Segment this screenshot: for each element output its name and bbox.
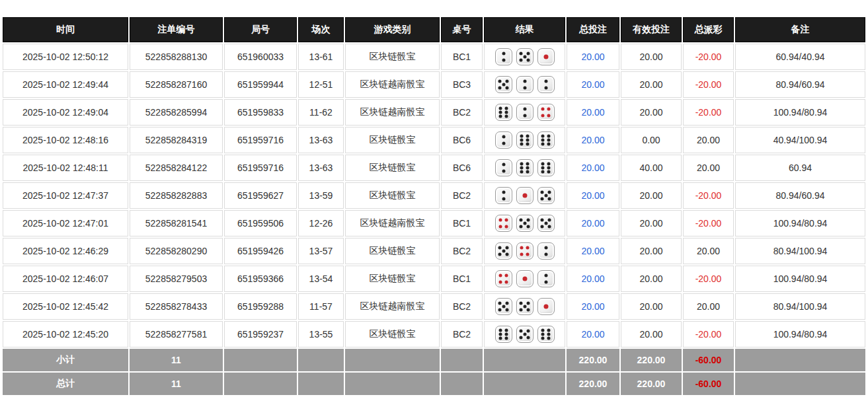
cell-time: 2025-10-02 12:47:01 xyxy=(3,210,128,236)
dice-2-icon xyxy=(516,104,533,121)
dice-5-icon xyxy=(495,298,512,315)
column-header-dice: 结果 xyxy=(484,17,565,42)
column-header-session: 场次 xyxy=(298,17,344,42)
cell-time: 2025-10-02 12:48:11 xyxy=(3,155,128,181)
cell-remark: 60.94/40.94 xyxy=(735,44,865,70)
cell-dice xyxy=(484,71,565,98)
dice-4-icon xyxy=(495,270,512,287)
cell-bet_id: 522858281541 xyxy=(130,210,223,236)
total-bet-link[interactable]: 20.00 xyxy=(581,218,604,229)
cell-table_no: BC2 xyxy=(441,293,483,320)
cell-remark: 100.94/80.94 xyxy=(735,266,865,292)
subtotal-cell-payout: -60.00 xyxy=(683,349,734,371)
total-bet-link[interactable]: 20.00 xyxy=(581,273,604,284)
cell-game_type: 区块链骰宝 xyxy=(345,266,440,292)
column-header-time: 时间 xyxy=(3,17,128,42)
total-bet-link[interactable]: 20.00 xyxy=(581,246,604,256)
cell-payout: -20.00 xyxy=(683,44,734,70)
dice-result xyxy=(486,76,563,93)
dice-result xyxy=(486,326,563,343)
cell-payout: 20.00 xyxy=(683,238,734,264)
cell-table_no: BC6 xyxy=(441,127,483,153)
total-bet-link[interactable]: 20.00 xyxy=(581,107,604,118)
dice-6-icon xyxy=(495,326,512,343)
cell-total_bet: 20.00 xyxy=(567,155,619,181)
cell-dice xyxy=(484,182,565,209)
grand-total-cell-session xyxy=(298,373,344,395)
cell-payout: -20.00 xyxy=(683,99,734,126)
cell-time: 2025-10-02 12:48:16 xyxy=(3,127,128,153)
grand-total-cell-dice xyxy=(484,373,565,395)
cell-session: 13-54 xyxy=(298,266,344,292)
dice-6-icon xyxy=(537,131,555,149)
cell-bet_id: 522858279503 xyxy=(130,266,223,292)
cell-bet_id: 522858280290 xyxy=(130,238,223,264)
grand-total-cell-count: 11 xyxy=(130,373,223,395)
grand-total-cell-table_no xyxy=(441,373,483,395)
table-row: 2025-10-02 12:50:12522858288130651960033… xyxy=(3,44,865,70)
cell-round_no: 651959426 xyxy=(224,238,297,264)
cell-dice xyxy=(484,127,565,153)
total-bet-link[interactable]: 20.00 xyxy=(581,329,604,340)
dice-2-icon xyxy=(495,48,512,65)
cell-round_no: 651959288 xyxy=(224,293,297,320)
cell-time: 2025-10-02 12:49:04 xyxy=(3,99,128,126)
cell-table_no: BC3 xyxy=(441,71,483,98)
cell-round_no: 651959237 xyxy=(224,321,297,347)
grand-total-cell-valid_bet: 220.00 xyxy=(621,373,682,395)
cell-remark: 80.94/100.94 xyxy=(735,238,865,264)
table-row: 2025-10-02 12:48:16522858284319651959716… xyxy=(3,127,865,153)
cell-payout: -20.00 xyxy=(683,321,734,347)
cell-round_no: 651959716 xyxy=(224,155,297,181)
dice-6-icon xyxy=(516,131,533,149)
cell-table_no: BC1 xyxy=(441,266,483,292)
cell-game_type: 区块链骰宝 xyxy=(345,155,440,181)
subtotal-cell-session xyxy=(298,349,344,371)
grand-total-cell-payout: -60.00 xyxy=(683,373,734,395)
cell-time: 2025-10-02 12:45:20 xyxy=(3,321,128,347)
cell-time: 2025-10-02 12:49:44 xyxy=(3,71,128,98)
cell-game_type: 区块链越南骰宝 xyxy=(345,99,440,126)
cell-session: 13-55 xyxy=(298,321,344,347)
cell-round_no: 651959506 xyxy=(224,210,297,236)
grand-total-cell-round_no xyxy=(224,373,297,395)
dice-6-icon xyxy=(537,159,555,176)
dice-6-icon xyxy=(537,326,555,343)
cell-remark: 100.94/80.94 xyxy=(735,210,865,236)
cell-payout: 20.00 xyxy=(683,155,734,181)
cell-table_no: BC1 xyxy=(441,44,483,70)
dice-2-icon xyxy=(495,131,512,149)
cell-dice xyxy=(484,238,565,264)
cell-session: 13-57 xyxy=(298,238,344,264)
dice-result xyxy=(486,242,563,260)
subtotal-row: 小计11220.00220.00-60.00 xyxy=(3,349,865,371)
dice-5-icon xyxy=(495,242,512,260)
cell-table_no: BC6 xyxy=(441,155,483,181)
total-bet-link[interactable]: 20.00 xyxy=(581,79,604,90)
cell-session: 13-63 xyxy=(298,127,344,153)
cell-remark: 80.94/60.94 xyxy=(735,71,865,98)
cell-session: 13-61 xyxy=(298,44,344,70)
table-row: 2025-10-02 12:49:44522858287160651959944… xyxy=(3,71,865,98)
cell-bet_id: 522858284122 xyxy=(130,155,223,181)
total-bet-link[interactable]: 20.00 xyxy=(581,52,604,62)
dice-4-icon xyxy=(516,242,533,260)
total-bet-link[interactable]: 20.00 xyxy=(581,301,604,312)
cell-remark: 100.94/80.94 xyxy=(735,99,865,126)
cell-session: 13-59 xyxy=(298,182,344,209)
cell-valid_bet: 20.00 xyxy=(621,182,682,209)
cell-valid_bet: 20.00 xyxy=(621,44,682,70)
dice-2-icon xyxy=(495,159,512,176)
total-bet-link[interactable]: 20.00 xyxy=(581,190,604,201)
cell-bet_id: 522858288130 xyxy=(130,44,223,70)
cell-total_bet: 20.00 xyxy=(567,44,619,70)
total-bet-link[interactable]: 20.00 xyxy=(581,135,604,145)
dice-5-icon xyxy=(516,298,533,315)
cell-bet_id: 522858285994 xyxy=(130,99,223,126)
total-bet-link[interactable]: 20.00 xyxy=(581,163,604,173)
cell-payout: -20.00 xyxy=(683,210,734,236)
cell-game_type: 区块链骰宝 xyxy=(345,321,440,347)
cell-valid_bet: 20.00 xyxy=(621,238,682,264)
dice-6-icon xyxy=(495,104,512,121)
cell-session: 11-57 xyxy=(298,293,344,320)
